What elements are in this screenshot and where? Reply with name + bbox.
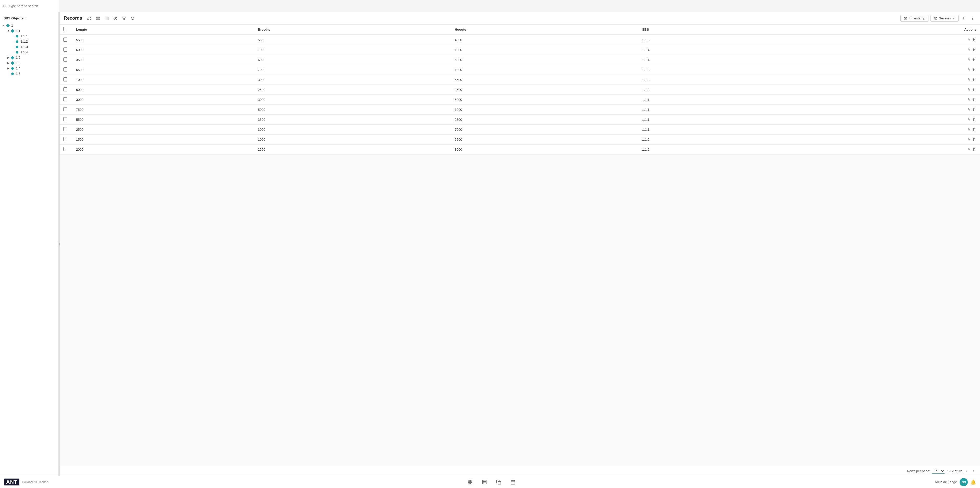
table-view-button[interactable]	[481, 478, 488, 486]
row-checkbox[interactable]	[63, 117, 67, 121]
search-icon	[3, 4, 6, 8]
dot-icon	[16, 40, 18, 43]
delete-row-button[interactable]: 🗑	[971, 47, 977, 53]
session-button[interactable]: Session	[931, 15, 959, 22]
svg-rect-4	[98, 19, 100, 20]
delete-row-button[interactable]: 🗑	[971, 87, 977, 92]
edit-row-button[interactable]: ✎	[967, 87, 971, 92]
sidebar-item-1.1.2[interactable]: 1.1.2	[0, 39, 59, 44]
edit-row-button[interactable]: ✎	[967, 127, 971, 132]
cell-hoogte: 2500	[451, 85, 638, 95]
more-options-button[interactable]: ⋮	[969, 15, 976, 21]
cell-hoogte: 4000	[451, 35, 638, 45]
actions-cell: ✎🗑	[785, 75, 980, 85]
table-footer: Rows per page: 25 50 100 1-12 of 12 ‹ ›	[60, 466, 980, 476]
svg-rect-23	[498, 482, 501, 484]
cell-breedte: 3000	[255, 124, 451, 135]
search-records-button[interactable]	[130, 15, 136, 21]
cell-lengte: 6000	[73, 45, 255, 55]
cell-hoogte: 5500	[451, 75, 638, 85]
svg-line-1	[6, 6, 6, 7]
refresh-button[interactable]	[86, 15, 92, 21]
sidebar-item-1.4[interactable]: ▶1.4	[0, 65, 59, 71]
cell-sbs: 1.1.2	[638, 135, 785, 145]
edit-row-button[interactable]: ✎	[967, 67, 971, 72]
sidebar-item-1.3[interactable]: ▶1.3	[0, 60, 59, 65]
cell-hoogte: 3000	[451, 145, 638, 155]
delete-row-button[interactable]: 🗑	[971, 97, 977, 102]
row-checkbox[interactable]	[63, 67, 67, 72]
cell-hoogte: 1000	[451, 65, 638, 75]
row-checkbox[interactable]	[63, 38, 67, 41]
records-title: Records	[64, 16, 82, 21]
edit-row-button[interactable]: ✎	[967, 37, 971, 42]
grid-view-button[interactable]	[466, 478, 474, 486]
delete-row-button[interactable]: 🗑	[971, 67, 977, 72]
history-button[interactable]	[112, 15, 118, 21]
actions-cell: ✎🗑	[785, 115, 980, 124]
svg-rect-24	[511, 480, 515, 484]
sidebar-item-1[interactable]: ▼1	[0, 23, 59, 28]
copy-button[interactable]	[495, 478, 502, 486]
row-checkbox[interactable]	[63, 137, 67, 141]
svg-rect-3	[98, 17, 100, 18]
rows-per-page-select[interactable]: 25 50 100	[932, 468, 945, 474]
sidebar-item-1.2[interactable]: ▶1.2	[0, 55, 59, 60]
edit-view-button[interactable]	[95, 15, 101, 21]
sidebar-item-1.1[interactable]: ▼1.1	[0, 28, 59, 33]
delete-row-button[interactable]: 🗑	[971, 57, 977, 62]
delete-row-button[interactable]: 🗑	[971, 147, 977, 152]
row-checkbox[interactable]	[63, 97, 67, 101]
edit-row-button[interactable]: ✎	[967, 97, 971, 102]
delete-row-button[interactable]: 🗑	[971, 117, 977, 122]
edit-row-button[interactable]: ✎	[967, 77, 971, 82]
chevron-icon: ▼	[6, 29, 10, 33]
sidebar-item-1.1.3[interactable]: 1.1.3	[0, 44, 59, 49]
table-row: 5500350025001.1.1✎🗑	[60, 115, 980, 124]
delete-row-button[interactable]: 🗑	[971, 37, 977, 42]
bottom-center	[466, 478, 517, 486]
row-checkbox[interactable]	[63, 147, 67, 151]
cell-breedte: 1000	[255, 135, 451, 145]
search-input[interactable]	[9, 4, 56, 8]
row-checkbox[interactable]	[63, 87, 67, 91]
delete-row-button[interactable]: 🗑	[971, 107, 977, 112]
sidebar-item-1.5[interactable]: 1.5	[0, 71, 59, 77]
cell-sbs: 1.1.4	[638, 45, 785, 55]
row-checkbox[interactable]	[63, 77, 67, 81]
edit-row-button[interactable]: ✎	[967, 147, 971, 152]
select-all-checkbox[interactable]	[63, 27, 67, 31]
prev-page-button[interactable]: ‹	[964, 468, 969, 474]
row-checkbox-cell	[60, 115, 73, 124]
timestamp-button[interactable]: Timestamp	[900, 15, 928, 22]
rows-per-page-label: Rows per page:	[907, 469, 930, 473]
cell-lengte: 5000	[73, 85, 255, 95]
row-checkbox[interactable]	[63, 107, 67, 111]
delete-row-button[interactable]: 🗑	[971, 137, 977, 142]
sidebar-item-1.1.4[interactable]: 1.1.4	[0, 49, 59, 55]
notifications-button[interactable]: 🔔	[970, 479, 976, 485]
edit-row-button[interactable]: ✎	[967, 137, 971, 142]
actions-cell: ✎🗑	[785, 35, 980, 45]
next-page-button[interactable]: ›	[972, 468, 976, 474]
sidebar-item-1.1.1[interactable]: 1.1.1	[0, 33, 59, 39]
cell-hoogte: 7000	[451, 124, 638, 135]
calendar-button[interactable]	[509, 478, 517, 486]
svg-rect-6	[105, 17, 108, 20]
edit-row-button[interactable]: ✎	[967, 107, 971, 112]
delete-row-button[interactable]: 🗑	[971, 77, 977, 82]
svg-rect-5	[97, 19, 98, 20]
chevron-icon: ▶	[6, 56, 10, 59]
add-record-button[interactable]: +	[961, 15, 967, 22]
edit-row-button[interactable]: ✎	[967, 57, 971, 62]
edit-row-button[interactable]: ✎	[967, 117, 971, 122]
row-checkbox[interactable]	[63, 127, 67, 131]
delete-row-button[interactable]: 🗑	[971, 127, 977, 132]
cell-sbs: 1.1.3	[638, 65, 785, 75]
columns-button[interactable]	[103, 15, 110, 21]
row-checkbox[interactable]	[63, 48, 67, 52]
row-checkbox[interactable]	[63, 57, 67, 62]
filter-button[interactable]	[121, 15, 127, 21]
svg-point-0	[3, 5, 6, 7]
edit-row-button[interactable]: ✎	[967, 47, 971, 53]
